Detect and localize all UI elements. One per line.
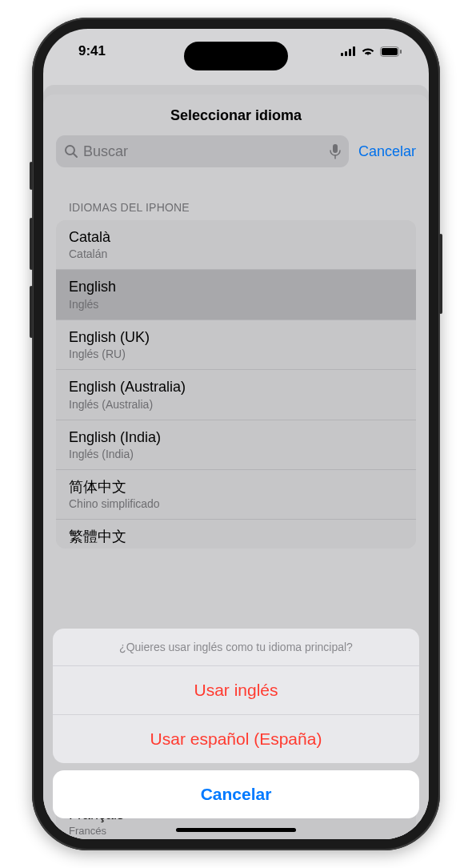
language-item-english-uk[interactable]: English (UK) Inglés (RU) <box>56 320 416 370</box>
action-sheet: ¿Quieres usar inglés como tu idioma prin… <box>53 629 419 818</box>
language-item-simplified-chinese[interactable]: 简体中文 Chino simplificado <box>56 470 416 520</box>
battery-icon <box>380 46 402 57</box>
language-item-english-india[interactable]: English (India) Inglés (India) <box>56 420 416 470</box>
sheet-header: Seleccionar idioma Cancelar <box>43 94 429 175</box>
search-row: Cancelar <box>56 135 416 167</box>
language-name: English (India) <box>69 428 403 447</box>
wifi-icon <box>361 46 375 57</box>
search-icon <box>64 144 78 159</box>
language-name: 繁體中文 <box>69 528 403 546</box>
language-item-english-australia[interactable]: English (Australia) Inglés (Australia) <box>56 370 416 420</box>
search-input[interactable] <box>83 143 325 160</box>
screen: 9:41 Seleccionar idioma Cancelar <box>43 29 429 839</box>
volume-down-button <box>30 286 33 338</box>
volume-up-button <box>30 218 33 270</box>
search-field[interactable] <box>56 135 349 167</box>
language-subtitle: Inglés (India) <box>69 448 403 460</box>
silence-switch <box>30 162 33 190</box>
side-button <box>439 234 442 314</box>
use-english-button[interactable]: Usar inglés <box>53 666 419 715</box>
svg-rect-9 <box>333 144 338 153</box>
language-item-english[interactable]: English Inglés <box>56 270 416 319</box>
action-cancel-group: Cancelar <box>53 770 419 818</box>
svg-line-8 <box>74 154 77 157</box>
language-subtitle: Catalán <box>69 247 403 260</box>
language-name: 简体中文 <box>69 478 403 496</box>
language-name: Català <box>69 228 403 247</box>
page-title: Seleccionar idioma <box>56 107 416 124</box>
language-item-traditional-chinese[interactable]: 繁體中文 <box>56 520 416 548</box>
iphone-device-frame: 9:41 Seleccionar idioma Cancelar <box>32 18 440 850</box>
language-item-catala[interactable]: Català Catalán <box>56 220 416 270</box>
status-indicators <box>341 46 402 57</box>
language-list: Català Catalán English Inglés English (U… <box>56 220 416 549</box>
language-subtitle: Inglés (Australia) <box>69 398 403 411</box>
action-group: ¿Quieres usar inglés como tu idioma prin… <box>53 629 419 763</box>
action-cancel-button[interactable]: Cancelar <box>53 770 419 818</box>
microphone-icon[interactable] <box>330 143 341 159</box>
language-name: English <box>69 278 403 296</box>
svg-rect-0 <box>341 53 343 56</box>
language-subtitle: Inglés <box>69 298 403 311</box>
dynamic-island <box>184 42 288 70</box>
use-spanish-button[interactable]: Usar español (España) <box>53 715 419 763</box>
svg-rect-5 <box>382 48 398 55</box>
svg-rect-6 <box>400 50 402 54</box>
svg-rect-1 <box>345 51 347 56</box>
language-name: English (Australia) <box>69 378 403 396</box>
home-indicator[interactable] <box>176 828 296 832</box>
status-time: 9:41 <box>78 43 106 59</box>
language-subtitle: Inglés (RU) <box>69 348 403 360</box>
section-header: IDIOMAS DEL IPHONE <box>43 175 429 220</box>
action-sheet-prompt: ¿Quieres usar inglés como tu idioma prin… <box>53 629 419 666</box>
search-cancel-button[interactable]: Cancelar <box>358 143 416 160</box>
cellular-signal-icon <box>341 46 356 56</box>
svg-rect-3 <box>353 46 355 56</box>
language-subtitle: Chino simplificado <box>69 497 403 510</box>
svg-rect-2 <box>349 49 351 56</box>
language-name: English (UK) <box>69 328 403 347</box>
